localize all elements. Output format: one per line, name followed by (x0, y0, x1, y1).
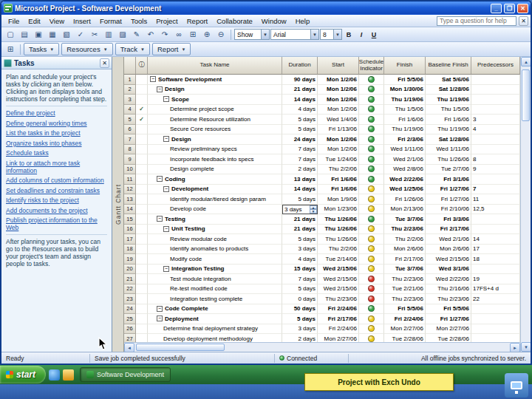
menu-item-edit[interactable]: Edit (24, 16, 44, 26)
close-button[interactable]: ✕ (517, 4, 528, 13)
predecessors-cell[interactable]: 19 (471, 274, 520, 284)
column-header-duration[interactable]: Duration (282, 57, 318, 75)
start-cell[interactable]: Mon 1/2/06 (318, 95, 359, 105)
duration-cell[interactable]: 3 days▲▼ (282, 205, 318, 215)
start-cell[interactable]: Mon 1/23/06 (318, 205, 359, 215)
predecessors-cell[interactable]: 9 (471, 165, 520, 175)
row-number[interactable]: 15 (124, 214, 136, 225)
task-name-cell[interactable]: Identify modular/tiered design param (148, 194, 282, 205)
baseline-finish-cell[interactable]: Fri 1/27/06 (426, 314, 471, 324)
baseline-finish-cell[interactable]: Fri 1/6/06 (426, 115, 471, 125)
duration-cell[interactable]: 3 days (282, 245, 318, 255)
duration-cell[interactable]: 5 days (282, 234, 318, 245)
taskbar-task-button[interactable]: Software Development (80, 367, 171, 382)
task-pane-link[interactable]: Publish project information to the Web (6, 216, 107, 231)
start-cell[interactable]: Wed 1/4/06 (318, 115, 359, 125)
baseline-finish-cell[interactable]: Thu 1/19/06 (426, 95, 471, 105)
vertical-scroll-track[interactable] (521, 66, 531, 342)
copy-icon[interactable]: ▥ (102, 28, 115, 41)
desktop-shortcut-icon[interactable] (505, 373, 528, 398)
menu-item-project[interactable]: Project (151, 16, 183, 26)
task-name-cell[interactable]: Develop code (148, 205, 282, 215)
row-number[interactable]: 20 (124, 265, 136, 275)
open-folder-icon[interactable]: ▤ (18, 28, 31, 41)
guide-resources-button[interactable]: Resources▼ (61, 43, 112, 55)
start-cell[interactable]: Mon 2/27/06 (318, 334, 359, 342)
task-pane-link[interactable]: Add columns of custom information (6, 177, 107, 184)
task-name-cell[interactable]: Review preliminary specs (148, 145, 282, 155)
baseline-finish-cell[interactable]: Thu 2/16/06 (426, 284, 471, 295)
start-cell[interactable]: Thu 2/23/06 (318, 294, 359, 304)
start-cell[interactable]: Fri 2/24/06 (318, 304, 359, 315)
baseline-finish-cell[interactable]: Fri 2/17/06 (426, 225, 471, 235)
row-number[interactable]: 14 (124, 205, 136, 215)
row-number[interactable]: 22 (124, 284, 136, 295)
predecessors-cell[interactable]: 7 (471, 185, 520, 195)
predecessors-cell[interactable] (471, 75, 520, 85)
hyperlink-icon[interactable]: ∞ (172, 28, 185, 41)
cut-icon[interactable]: ✂ (88, 28, 101, 41)
baseline-finish-cell[interactable]: Fri 3/3/06 (426, 214, 471, 225)
finish-cell[interactable]: Tue 2/21/06 (384, 284, 426, 295)
predecessors-cell[interactable]: 14 (471, 234, 520, 245)
baseline-finish-cell[interactable]: Mon 2/27/06 (426, 324, 471, 335)
predecessors-cell[interactable] (471, 304, 520, 315)
finish-cell[interactable]: Thu 2/2/06 (384, 234, 426, 245)
baseline-finish-cell[interactable]: Thu 1/19/06 (426, 125, 471, 135)
task-name-cell[interactable]: −Testing (148, 214, 282, 225)
collapse-icon[interactable]: − (163, 136, 169, 142)
print-preview-icon[interactable]: ▧ (60, 28, 73, 41)
task-pane-link[interactable]: List the tasks in the project (6, 129, 107, 137)
task-name-cell[interactable]: −Software Development (148, 75, 282, 85)
new-document-icon[interactable]: ▢ (4, 28, 17, 41)
finish-cell[interactable]: Tue 2/28/06 (384, 334, 426, 342)
predecessors-cell[interactable]: 12,5 (471, 205, 520, 215)
duration-cell[interactable]: 4 days (282, 105, 318, 115)
finish-cell[interactable]: Mon 2/6/06 (384, 245, 426, 255)
duration-spinner[interactable]: ▲▼ (310, 205, 317, 214)
duration-cell[interactable]: 14 days (282, 185, 318, 195)
minimize-button[interactable]: _ (491, 4, 502, 13)
vertical-scroll-thumb[interactable] (522, 69, 530, 121)
task-name-cell[interactable]: Modify code (148, 254, 282, 265)
predecessors-cell[interactable] (471, 324, 520, 335)
zoom-in-icon[interactable]: ⊕ (200, 28, 214, 41)
duration-cell[interactable]: 5 days (282, 115, 318, 125)
menu-item-view[interactable]: View (45, 16, 69, 26)
finish-cell[interactable]: Fri 1/6/06 (384, 115, 426, 125)
task-pane-close-icon[interactable]: ✕ (100, 58, 109, 68)
predecessors-cell[interactable] (471, 174, 520, 185)
print-icon[interactable]: ▦ (46, 28, 59, 41)
guide-track-button[interactable]: Track▼ (115, 43, 150, 55)
finish-cell[interactable]: Fri 2/3/06 (384, 134, 426, 145)
duration-cell[interactable]: 5 days (282, 314, 318, 324)
row-number[interactable]: 12 (124, 185, 136, 195)
finish-cell[interactable]: Fri 1/26/06 (384, 194, 426, 205)
task-pane-link[interactable]: Organize tasks into phases (6, 140, 107, 147)
baseline-finish-cell[interactable]: Wed 1/11/06 (426, 145, 471, 155)
collapse-icon[interactable]: − (157, 86, 163, 92)
start-cell[interactable]: Mon 1/2/06 (318, 85, 359, 95)
column-header-rownum[interactable] (124, 57, 136, 75)
task-name-cell[interactable]: Integration testing complete (148, 294, 282, 304)
baseline-finish-cell[interactable]: Fri 3/1/06 (426, 174, 471, 185)
row-number[interactable]: 16 (124, 225, 136, 235)
paste-icon[interactable]: ▨ (116, 28, 129, 41)
quick-launch-icon-1[interactable] (49, 369, 60, 381)
row-number[interactable]: 13 (124, 194, 136, 205)
quick-launch-icon-2[interactable] (63, 369, 74, 381)
row-number[interactable]: 11 (124, 174, 136, 185)
start-cell[interactable]: Fri 1/6/06 (318, 174, 359, 185)
task-name-cell[interactable]: −Scope (148, 95, 282, 105)
finish-cell[interactable]: Wed 2/22/06 (384, 174, 426, 185)
predecessors-cell[interactable]: 8 (471, 154, 520, 165)
horizontal-scrollbar[interactable]: ◄ ► (124, 342, 520, 352)
predecessors-cell[interactable]: 4 (471, 125, 520, 135)
baseline-finish-cell[interactable]: Fri 2/10/06 (426, 205, 471, 215)
row-number[interactable]: 10 (124, 165, 136, 175)
column-header-baseline-finish[interactable]: Baseline Finish (426, 57, 471, 75)
task-name-cell[interactable]: Re-test modified code (148, 284, 282, 295)
baseline-finish-cell[interactable]: Fri 5/5/06 (426, 304, 471, 315)
finish-cell[interactable]: Mon 2/13/06 (384, 205, 426, 215)
duration-cell[interactable]: 14 days (282, 95, 318, 105)
